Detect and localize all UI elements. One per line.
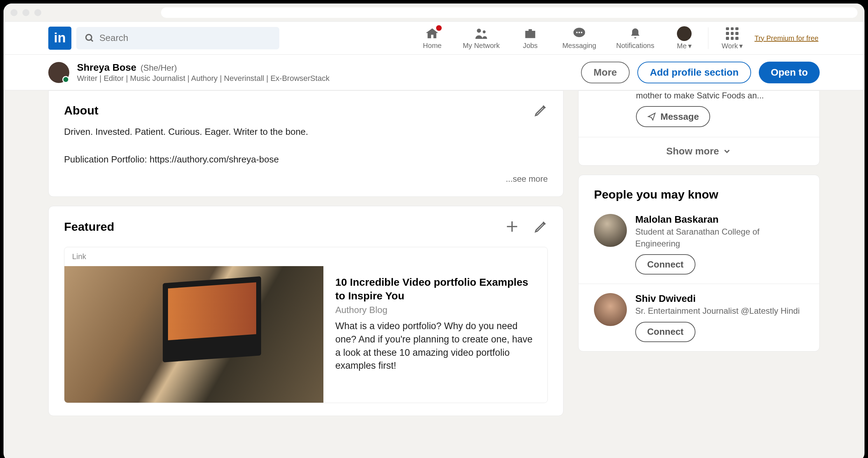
try-premium-link[interactable]: Try Premium for free bbox=[753, 33, 820, 43]
open-to-button[interactable]: Open to bbox=[759, 62, 820, 83]
featured-type-badge: Link bbox=[64, 247, 547, 266]
send-icon bbox=[647, 112, 656, 121]
show-more-button[interactable]: Show more bbox=[579, 137, 819, 165]
message-button[interactable]: Message bbox=[636, 106, 710, 127]
featured-item-desc: What is a video portfolio? Why do you ne… bbox=[335, 320, 536, 373]
caret-down-icon: ▾ bbox=[688, 42, 692, 50]
bell-icon bbox=[629, 27, 642, 40]
network-icon bbox=[474, 27, 488, 41]
person-item: Malolan Baskaran Student at Saranathan C… bbox=[579, 205, 819, 284]
nav-home[interactable]: Home bbox=[411, 22, 453, 54]
person-avatar[interactable] bbox=[594, 293, 627, 326]
profile-pronoun: (She/Her) bbox=[140, 63, 177, 72]
edit-about-button[interactable] bbox=[534, 103, 548, 117]
profile-name: Shreya Bose (She/Her) bbox=[77, 62, 573, 73]
svg-point-6 bbox=[579, 32, 580, 33]
nav-me[interactable]: Me▾ bbox=[663, 22, 705, 54]
featured-title: Featured bbox=[64, 220, 114, 234]
featured-item-title: 10 Incredible Video portfolio Examples t… bbox=[335, 275, 536, 303]
caret-down-icon: ▾ bbox=[739, 42, 743, 50]
notification-badge bbox=[435, 24, 443, 32]
person-desc: Sr. Entertainment Journalist @Latestly H… bbox=[635, 305, 804, 317]
plus-icon bbox=[504, 219, 520, 234]
search-icon bbox=[85, 33, 94, 43]
messaging-icon bbox=[572, 27, 586, 41]
window-close-dot[interactable] bbox=[10, 9, 18, 16]
top-nav: in Home My Network Jobs bbox=[4, 22, 864, 55]
add-featured-button[interactable] bbox=[504, 219, 520, 234]
person-name[interactable]: Shiv Dwivedi bbox=[635, 293, 804, 304]
svg-line-1 bbox=[91, 39, 93, 41]
about-title: About bbox=[64, 104, 98, 117]
featured-item-source: Authory Blog bbox=[335, 305, 536, 315]
sidebar-card-top: mother to make Satvic Foods an... Messag… bbox=[578, 90, 820, 166]
person-item: Shiv Dwivedi Sr. Entertainment Journalis… bbox=[579, 284, 819, 351]
linkedin-logo[interactable]: in bbox=[48, 27, 71, 50]
pencil-icon bbox=[534, 220, 548, 234]
connect-button[interactable]: Connect bbox=[635, 322, 695, 342]
nav-notifications[interactable]: Notifications bbox=[607, 22, 663, 54]
nav-work[interactable]: Work▾ bbox=[711, 22, 753, 54]
apps-grid-icon bbox=[726, 27, 738, 40]
featured-thumbnail bbox=[64, 266, 323, 403]
about-text-2: Publication Portfolio: https://authory.c… bbox=[64, 153, 548, 166]
nav-network[interactable]: My Network bbox=[453, 22, 509, 54]
url-bar[interactable] bbox=[161, 7, 858, 18]
search-input[interactable] bbox=[99, 33, 271, 43]
nav-messaging[interactable]: Messaging bbox=[551, 22, 607, 54]
svg-point-3 bbox=[483, 30, 485, 33]
profile-subheader: Shreya Bose (She/Her) Writer | Editor | … bbox=[4, 55, 864, 90]
svg-point-5 bbox=[576, 32, 578, 33]
svg-point-0 bbox=[86, 34, 92, 40]
profile-headline: Writer | Editor | Music Journalist | Aut… bbox=[77, 74, 573, 83]
featured-item[interactable]: Link 10 Incredible Video portfolio Examp… bbox=[64, 247, 548, 403]
sidebar-snippet: mother to make Satvic Foods an... bbox=[636, 91, 804, 100]
avatar-icon bbox=[677, 26, 692, 41]
chevron-down-icon bbox=[722, 147, 732, 156]
pymk-card: People you may know Malolan Baskaran Stu… bbox=[578, 175, 820, 352]
search-box[interactable] bbox=[76, 27, 279, 49]
connect-button[interactable]: Connect bbox=[635, 254, 695, 275]
pymk-title: People you may know bbox=[594, 188, 804, 201]
browser-titlebar bbox=[4, 4, 864, 22]
more-button[interactable]: More bbox=[581, 62, 630, 83]
nav-jobs[interactable]: Jobs bbox=[509, 22, 551, 54]
jobs-icon bbox=[524, 27, 537, 40]
person-name[interactable]: Malolan Baskaran bbox=[635, 214, 804, 225]
profile-avatar[interactable] bbox=[48, 62, 69, 83]
window-max-dot[interactable] bbox=[34, 9, 41, 16]
add-profile-section-button[interactable]: Add profile section bbox=[637, 62, 751, 83]
window-min-dot[interactable] bbox=[22, 9, 29, 16]
person-avatar[interactable] bbox=[594, 214, 627, 247]
about-text-1: Driven. Invested. Patient. Curious. Eage… bbox=[64, 125, 548, 139]
edit-featured-button[interactable] bbox=[534, 220, 548, 234]
about-card: About Driven. Invested. Patient. Curious… bbox=[48, 90, 564, 197]
see-more-link[interactable]: ...see more bbox=[64, 174, 548, 184]
svg-point-7 bbox=[581, 32, 582, 33]
person-desc: Student at Saranathan College of Enginee… bbox=[635, 226, 804, 249]
svg-point-2 bbox=[477, 29, 481, 33]
featured-card: Featured Link bbox=[48, 206, 564, 416]
pencil-icon bbox=[534, 103, 548, 117]
presence-indicator bbox=[62, 76, 69, 83]
